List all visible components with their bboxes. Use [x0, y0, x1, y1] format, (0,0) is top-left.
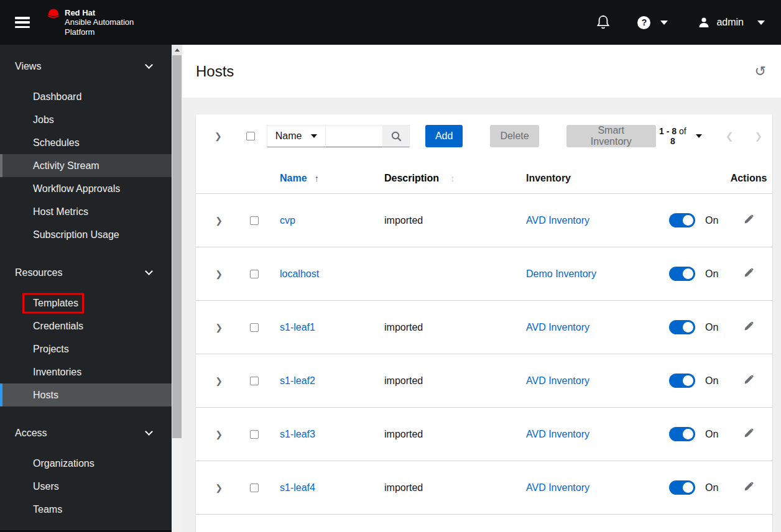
- row-expand-button[interactable]: ❯: [215, 376, 223, 386]
- row-expand-button[interactable]: ❯: [215, 429, 223, 439]
- main-content: Hosts ↺ ❯ Name Add Delete S: [182, 45, 781, 532]
- inventory-link[interactable]: Demo Inventory: [526, 268, 596, 279]
- table-row: ❯ s1-leaf1 imported AVD Inventory On: [196, 301, 772, 354]
- sidebar-item-hosts[interactable]: Hosts: [0, 383, 172, 406]
- column-header-description[interactable]: Description ↕: [384, 173, 455, 184]
- inventory-link[interactable]: AVD Inventory: [526, 322, 589, 332]
- edit-host-button[interactable]: [741, 372, 756, 389]
- row-checkbox[interactable]: [250, 377, 259, 385]
- host-name-link[interactable]: cvp: [280, 215, 295, 226]
- add-button[interactable]: Add: [425, 125, 463, 147]
- nav-group-resources: Resources Templates Credentials Projects…: [0, 251, 172, 406]
- smart-inventory-button[interactable]: Smart Inventory: [566, 125, 656, 147]
- pencil-icon: [744, 214, 754, 224]
- angle-left-icon: ❮: [726, 131, 734, 141]
- expand-all-button[interactable]: ❯: [206, 125, 231, 147]
- sidebar-item-subscription-usage[interactable]: Subscription Usage: [0, 223, 172, 246]
- host-name-link[interactable]: s1-leaf2: [280, 375, 315, 386]
- row-checkbox[interactable]: [250, 484, 259, 492]
- host-enabled-toggle[interactable]: [669, 480, 695, 495]
- select-all-checkbox[interactable]: [246, 132, 255, 140]
- hosts-card: ❯ Name Add Delete Smart Inventory 1 - 8: [196, 114, 772, 532]
- search-input[interactable]: [326, 125, 383, 147]
- pagination-prev-button[interactable]: ❮: [726, 131, 734, 142]
- row-checkbox[interactable]: [250, 270, 259, 278]
- column-header-actions: Actions: [731, 173, 767, 184]
- host-name-link[interactable]: s1-leaf3: [280, 429, 315, 439]
- row-expand-button[interactable]: ❯: [215, 323, 223, 332]
- scrollbar-thumb[interactable]: [172, 55, 182, 438]
- nav-item-label: Teams: [33, 504, 62, 515]
- host-name-link[interactable]: localhost: [280, 268, 319, 279]
- scrollbar-up-arrow[interactable]: [172, 45, 182, 55]
- table-header-row: Name ↑ Description ↕ Inventory Actions: [196, 163, 772, 194]
- sidebar-item-jobs[interactable]: Jobs: [0, 108, 172, 131]
- sidebar-nav: Views Dashboard Jobs Schedules Activity …: [0, 45, 172, 532]
- sidebar-item-workflow-approvals[interactable]: Workflow Approvals: [0, 177, 172, 200]
- inventory-link[interactable]: AVD Inventory: [526, 482, 589, 493]
- masthead: Red Hat Ansible Automation Platform ? ad…: [0, 0, 781, 45]
- notifications-button[interactable]: [596, 15, 610, 30]
- sidebar-item-credentials[interactable]: Credentials: [0, 314, 172, 337]
- activity-history-button[interactable]: ↺: [755, 65, 766, 78]
- nav-group-views: Views Dashboard Jobs Schedules Activity …: [0, 45, 172, 246]
- user-menu-button[interactable]: admin: [698, 16, 765, 29]
- edit-host-button[interactable]: [741, 265, 756, 282]
- delete-button[interactable]: Delete: [490, 125, 538, 147]
- edit-host-button[interactable]: [741, 479, 756, 496]
- sidebar-item-dashboard[interactable]: Dashboard: [0, 85, 172, 108]
- table-row: ❯ localhost Demo Inventory On: [196, 247, 772, 301]
- pagination-next-button[interactable]: ❯: [754, 131, 762, 142]
- sidebar-item-teams[interactable]: Teams: [0, 498, 172, 521]
- edit-host-button[interactable]: [741, 426, 756, 443]
- sidebar-item-host-metrics[interactable]: Host Metrics: [0, 200, 172, 223]
- help-menu-button[interactable]: ?: [637, 16, 668, 29]
- host-enabled-toggle[interactable]: [669, 213, 695, 227]
- host-description: imported: [384, 482, 423, 493]
- edit-host-button[interactable]: [741, 212, 756, 229]
- page-title: Hosts: [196, 63, 234, 80]
- host-enabled-toggle[interactable]: [669, 374, 695, 388]
- nav-group-toggle-resources[interactable]: Resources: [0, 261, 172, 284]
- column-header-name[interactable]: Name ↑: [280, 173, 319, 184]
- toggle-state-label: On: [705, 429, 718, 440]
- sidebar-item-projects[interactable]: Projects: [0, 337, 172, 360]
- sidebar-item-activity-stream[interactable]: Activity Stream: [0, 154, 172, 177]
- nav-items: Organizations Users Teams: [0, 444, 172, 521]
- edit-host-button[interactable]: [741, 319, 756, 336]
- row-checkbox[interactable]: [250, 430, 259, 439]
- row-expand-button[interactable]: ❯: [215, 269, 223, 279]
- row-expand-button[interactable]: ❯: [215, 216, 223, 226]
- nav-group-toggle-access[interactable]: Access: [0, 421, 172, 444]
- row-checkbox[interactable]: [250, 323, 259, 332]
- nav-group-label: Resources: [15, 267, 62, 278]
- host-enabled-toggle[interactable]: [669, 267, 695, 281]
- nav-item-label: Templates: [33, 298, 78, 309]
- row-expand-button[interactable]: ❯: [215, 483, 223, 493]
- nav-toggle-hamburger-icon[interactable]: [15, 17, 30, 28]
- inventory-link[interactable]: AVD Inventory: [526, 429, 589, 439]
- host-enabled-toggle[interactable]: [669, 320, 695, 334]
- sidebar-item-organizations[interactable]: Organizations: [0, 452, 172, 475]
- filter-key-select[interactable]: Name: [267, 125, 326, 147]
- host-name-link[interactable]: s1-leaf4: [280, 482, 315, 493]
- host-enabled-toggle[interactable]: [669, 427, 695, 441]
- toolbar: ❯ Name Add Delete Smart Inventory 1 - 8: [196, 114, 772, 163]
- nav-group-label: Access: [15, 428, 47, 439]
- sidebar-item-inventories[interactable]: Inventories: [0, 360, 172, 383]
- sort-ascending-icon: ↑: [315, 173, 320, 183]
- row-checkbox[interactable]: [250, 216, 259, 225]
- host-name-link[interactable]: s1-leaf1: [280, 322, 315, 332]
- search-button[interactable]: [383, 125, 410, 147]
- toggle-state-label: On: [705, 215, 718, 226]
- sidebar-item-templates[interactable]: Templates: [0, 291, 172, 314]
- toggle-state-label: On: [705, 375, 718, 387]
- sidebar-item-schedules[interactable]: Schedules: [0, 131, 172, 154]
- pagination-menu-button[interactable]: 1 - 8 of 8: [656, 126, 702, 146]
- nav-item-label: Dashboard: [33, 91, 81, 103]
- inventory-link[interactable]: AVD Inventory: [526, 375, 589, 386]
- user-name: admin: [716, 17, 744, 28]
- inventory-link[interactable]: AVD Inventory: [526, 215, 589, 226]
- nav-group-toggle-views[interactable]: Views: [0, 55, 172, 78]
- sidebar-item-users[interactable]: Users: [0, 475, 172, 498]
